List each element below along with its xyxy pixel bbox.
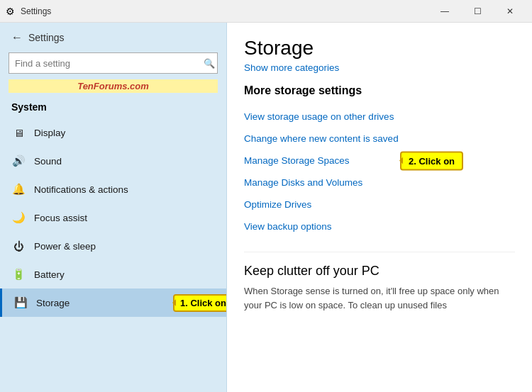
sidebar-header: ← Settings (0, 23, 226, 50)
sidebar-item-battery-label: Battery (34, 269, 65, 280)
change-where-link[interactable]: Change where new content is saved (244, 133, 399, 144)
callout-1: 1. Click on (173, 294, 226, 312)
watermark: TenForums.com (9, 79, 218, 93)
back-button[interactable]: ← (11, 31, 23, 44)
sidebar-item-focus-label: Focus assist (34, 213, 87, 223)
manage-disks-link[interactable]: Manage Disks and Volumes (244, 177, 362, 188)
sidebar-item-sound[interactable]: 🔊 Sound (0, 147, 226, 175)
app-body: ← Settings 🔍 TenForums.com System 🖥 Disp… (0, 23, 532, 392)
sidebar-item-power-label: Power & sleep (34, 241, 96, 252)
search-box: 🔍 (9, 52, 218, 74)
optimize-drives-item: Optimize Drives (244, 194, 515, 215)
sound-icon: 🔊 (11, 154, 26, 168)
keep-clutter-section: Keep clutter off your PC When Storage se… (244, 252, 515, 312)
more-storage-settings-title: More storage settings (244, 84, 515, 97)
title-bar-title: Settings (21, 6, 51, 16)
title-bar-left: ⚙ Settings (6, 6, 51, 17)
sidebar-item-focus[interactable]: 🌙 Focus assist (0, 203, 226, 232)
focus-icon: 🌙 (11, 211, 26, 225)
system-section-label: System (0, 99, 226, 118)
manage-spaces-link[interactable]: Manage Storage Spaces (244, 155, 350, 166)
display-icon: 🖥 (11, 125, 26, 140)
keep-clutter-title: Keep clutter off your PC (244, 264, 515, 279)
title-bar: ⚙ Settings — ☐ ✕ (0, 0, 532, 23)
callout-2: 2. Click on (400, 151, 463, 170)
storage-icon: 💾 (13, 296, 28, 310)
view-usage-item: View storage usage on other drives (244, 106, 515, 128)
optimize-drives-link[interactable]: Optimize Drives (244, 199, 311, 210)
view-usage-link[interactable]: View storage usage on other drives (244, 111, 394, 122)
change-where-item: Change where new content is saved (244, 128, 515, 150)
sidebar-item-sound-label: Sound (34, 156, 62, 167)
notifications-icon: 🔔 (11, 182, 26, 196)
manage-spaces-item: Manage Storage Spaces 2. Click on (244, 150, 515, 172)
maximize-button[interactable]: ☐ (461, 0, 494, 23)
manage-disks-item: Manage Disks and Volumes (244, 172, 515, 194)
close-button[interactable]: ✕ (494, 0, 526, 23)
search-icon[interactable]: 🔍 (204, 58, 215, 69)
view-backup-item: View backup options (244, 215, 515, 237)
power-icon: ⏻ (11, 239, 26, 253)
sidebar-app-title: Settings (28, 32, 65, 43)
sidebar-item-notifications-label: Notifications & actions (34, 184, 128, 195)
sidebar: ← Settings 🔍 TenForums.com System 🖥 Disp… (0, 23, 227, 392)
sidebar-item-display-label: Display (34, 128, 65, 138)
keep-clutter-text: When Storage sense is turned on, it'll f… (244, 284, 515, 312)
sidebar-item-battery[interactable]: 🔋 Battery (0, 260, 226, 289)
sidebar-item-power[interactable]: ⏻ Power & sleep (0, 232, 226, 260)
content-area: Storage Show more categories More storag… (227, 23, 532, 392)
settings-window-icon: ⚙ (6, 6, 15, 17)
sidebar-item-notifications[interactable]: 🔔 Notifications & actions (0, 175, 226, 203)
search-input[interactable] (9, 52, 218, 74)
battery-icon: 🔋 (11, 267, 26, 281)
page-title: Storage (244, 37, 515, 60)
minimize-button[interactable]: — (428, 0, 461, 23)
storage-links-list: View storage usage on other drives Chang… (244, 106, 515, 237)
show-more-categories-link[interactable]: Show more categories (244, 62, 515, 73)
nav-list: 🖥 Display 🔊 Sound 🔔 Notifications & acti… (0, 118, 226, 392)
sidebar-item-display[interactable]: 🖥 Display (0, 118, 226, 147)
title-bar-controls: — ☐ ✕ (428, 0, 526, 23)
sidebar-item-storage[interactable]: 💾 Storage 1. Click on (0, 289, 226, 317)
view-backup-link[interactable]: View backup options (244, 221, 332, 232)
sidebar-item-storage-label: Storage (36, 298, 70, 308)
